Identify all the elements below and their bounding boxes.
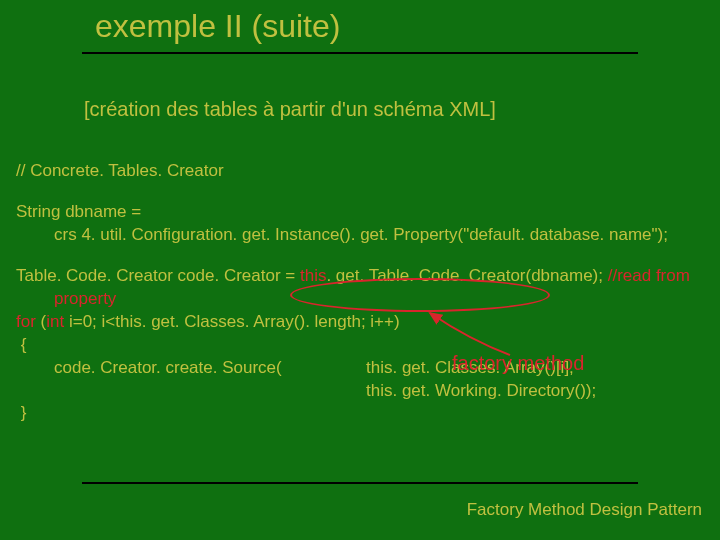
code-line: } (16, 402, 706, 425)
code-line: this. get. Working. Directory()); (16, 380, 706, 403)
slide-title: exemple II (suite) (95, 8, 340, 45)
code-line: for (int i=0; i<this. get. Classes. Arra… (16, 311, 706, 334)
code-line: crs 4. util. Configuration. get. Instanc… (16, 224, 706, 247)
footer-text: Factory Method Design Pattern (467, 500, 702, 520)
highlight-ellipse (290, 278, 550, 312)
code-line: { (16, 334, 706, 357)
slide-subtitle: [création des tables à partir d'un schém… (84, 98, 496, 121)
footer-rule (82, 482, 638, 484)
code-line: String dbname = (16, 201, 706, 224)
code-line: code. Creator. create. Source( this. get… (16, 357, 706, 380)
annotation-label: factory method (452, 352, 584, 375)
title-rule (82, 52, 638, 54)
code-comment: // Concrete. Tables. Creator (16, 160, 706, 183)
